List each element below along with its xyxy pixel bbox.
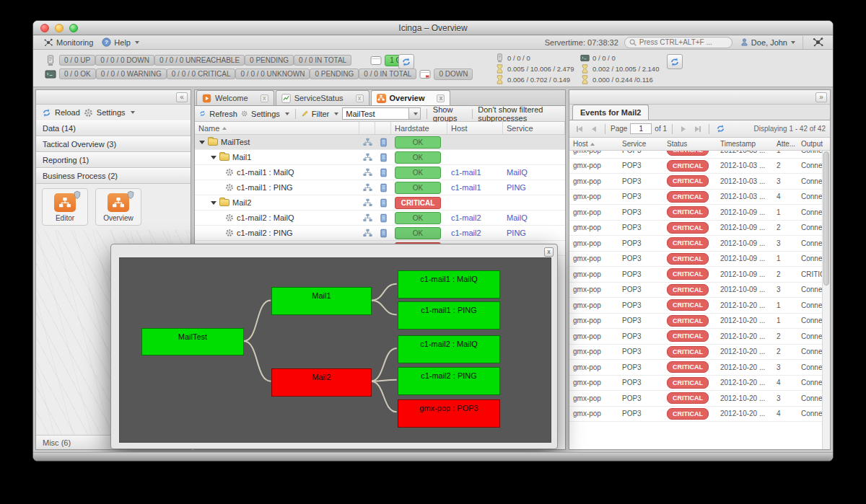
host-status-badge[interactable]: 0 PENDING	[245, 55, 294, 66]
expand-arrow-icon[interactable]	[199, 141, 205, 144]
table-row[interactable]: Mail1 OK	[195, 150, 565, 165]
accordion-section[interactable]: Data (14)	[36, 120, 191, 136]
column-header-host[interactable]: Host	[569, 138, 618, 150]
column-header-output[interactable]: Output	[797, 138, 830, 150]
service-link[interactable]: PING	[507, 183, 526, 192]
close-tab-icon[interactable]: x	[437, 94, 445, 102]
service-status-badge[interactable]: 0 / 0 / 0 UNKNOWN	[235, 68, 310, 79]
close-tab-icon[interactable]: x	[261, 94, 268, 102]
sitemap-icon[interactable]	[363, 168, 372, 177]
tab[interactable]: Overview x	[371, 90, 451, 105]
event-row[interactable]: gmx-pop POP3 CRITICAL 2012-10-09 ... 1 C…	[569, 252, 830, 268]
close-tab-icon[interactable]: x	[356, 94, 364, 102]
tab[interactable]: Welcome x	[196, 90, 274, 105]
accordion-section[interactable]: Business Process (2)	[36, 168, 191, 184]
document-icon[interactable]	[379, 183, 388, 193]
column-header-host[interactable]: Host	[447, 122, 503, 134]
help-menu[interactable]: Help	[97, 36, 144, 49]
process-node[interactable]: Mail1	[271, 287, 372, 315]
service-status-badge[interactable]: 0 / 0 IN TOTAL	[359, 68, 416, 79]
first-page-button[interactable]	[574, 123, 585, 135]
event-row[interactable]: gmx-pop POP3 CRITICAL 2012-10-20 ... 3 C…	[569, 391, 830, 407]
search-input[interactable]	[639, 38, 722, 46]
event-row[interactable]: gmx-pop POP3 CRITICAL 2012-10-20 ... 3 C…	[569, 360, 830, 376]
global-search[interactable]	[624, 37, 732, 48]
event-row[interactable]: gmx-pop POP3 CRITICAL 2012-10-03 ... 4 C…	[569, 190, 830, 205]
host-link[interactable]: c1-mail1	[451, 168, 481, 177]
host-status-badge[interactable]: 0 / 0 IN TOTAL	[294, 55, 351, 66]
expand-arrow-icon[interactable]	[211, 156, 216, 159]
event-row[interactable]: gmx-pop POP3 CRITICAL 2012-10-20 ... 2 C…	[569, 345, 830, 361]
event-row[interactable]: gmx-pop POP3 CRITICAL 2012-10-20 ... 1 C…	[569, 298, 830, 314]
table-row[interactable]: c1-mail2 : PING OK c1-mail2 PING	[195, 226, 565, 241]
apps-down-badge[interactable]: 0 DOWN	[434, 68, 473, 80]
accordion-section[interactable]: Tactical Overview (3)	[36, 136, 191, 152]
table-row[interactable]: c1-mail2 : MailQ OK c1-mail2 MailQ	[195, 211, 565, 226]
column-header-service[interactable]: Service	[503, 122, 565, 134]
cronk-button[interactable]: Editor	[42, 188, 88, 226]
event-row[interactable]: gmx-pop POP3 CRITICAL 2012-10-09 ... 3 C…	[569, 236, 830, 252]
reload-button[interactable]: Reload	[55, 108, 80, 117]
process-node[interactable]: Mail2	[271, 368, 372, 397]
host-status-badge[interactable]: 0 / 0 UP	[59, 55, 95, 66]
service-link[interactable]: PING	[507, 229, 526, 237]
host-status-badge[interactable]: 0 / 0 / 0 DOWN	[95, 55, 154, 66]
document-icon[interactable]	[379, 153, 388, 162]
filter-button[interactable]: Filter	[312, 110, 329, 118]
page-input[interactable]	[630, 123, 652, 134]
event-row[interactable]: gmx-pop POP3 CRITICAL 2012-10-03 ... 3 C…	[569, 174, 830, 190]
event-row[interactable]: gmx-pop POP3 CRITICAL 2012-10-09 ... 2 C…	[569, 267, 830, 283]
sitemap-icon[interactable]	[363, 138, 372, 147]
expand-arrow-icon[interactable]	[211, 201, 216, 205]
process-node[interactable]: c1-mail2 : PING	[398, 367, 500, 395]
sitemap-icon[interactable]	[363, 153, 372, 162]
prev-page-button[interactable]	[588, 123, 600, 135]
event-row[interactable]: gmx-pop POP3 CRITICAL 2012-10-20 ... 1 C…	[569, 314, 830, 330]
service-status-badge[interactable]: 0 / 0 OK	[59, 68, 96, 79]
refresh-status-button[interactable]	[398, 54, 414, 69]
column-header-icon1[interactable]	[359, 122, 375, 134]
host-link[interactable]: c1-mail2	[451, 213, 481, 222]
monitoring-menu[interactable]: Monitoring	[39, 36, 97, 49]
show-groups-button[interactable]: Show groups	[433, 105, 466, 123]
host-status-badge[interactable]: 0 / 0 / 0 UNREACHABLE	[154, 55, 245, 66]
event-row[interactable]: gmx-pop POP3 CRITICAL 2012-10-20 ... 4 C…	[569, 407, 830, 423]
column-header-service[interactable]: Service	[618, 138, 663, 150]
service-status-badge[interactable]: 0 / 0 / 0 WARNING	[96, 68, 167, 79]
last-page-button[interactable]	[692, 123, 704, 135]
zoom-window-button[interactable]	[69, 24, 78, 32]
sidebar-settings-button[interactable]: Settings	[97, 108, 126, 117]
column-header-icon2[interactable]	[375, 122, 391, 134]
select-arrow-button[interactable]	[408, 108, 420, 119]
column-header-status[interactable]: Status	[663, 138, 717, 150]
dont-show-filtered-button[interactable]: Don't show filtered subprocesses	[478, 105, 561, 123]
document-icon[interactable]	[379, 213, 388, 223]
close-dialog-button[interactable]: x	[544, 247, 554, 257]
process-node[interactable]: c1-mail1 : PING	[398, 301, 500, 330]
process-node[interactable]: c1-mail1 : MailQ	[398, 270, 500, 299]
event-row[interactable]: gmx-pop POP3 CRITICAL 2012-10-03 ... 2 C…	[569, 159, 830, 174]
scrollbar[interactable]	[822, 151, 830, 449]
table-row[interactable]: Mail2 CRITICAL	[195, 195, 565, 211]
column-header-timestamp[interactable]: Timestamp	[717, 138, 773, 150]
event-row[interactable]: gmx-pop POP3 CRITICAL 2012-10-09 ... 1 C…	[569, 205, 830, 221]
event-row[interactable]: gmx-pop POP3 CRITICAL 2012-10-20 ... 4 C…	[569, 376, 830, 392]
next-page-button[interactable]	[678, 123, 689, 135]
host-link[interactable]: c1-mail2	[451, 229, 481, 237]
event-row[interactable]: gmx-pop POP3 CRITICAL 2012-10-09 ... 3 C…	[569, 283, 830, 299]
table-row[interactable]: MailTest OK	[195, 135, 565, 150]
process-node[interactable]: gmx-pop : POP3	[398, 399, 500, 428]
table-row[interactable]: c1-mail1 : PING OK c1-mail1 PING	[195, 180, 565, 195]
close-window-button[interactable]	[40, 24, 49, 32]
tab[interactable]: ServiceStatus x	[276, 90, 369, 105]
process-node[interactable]: c1-mail2 : MailQ	[398, 335, 500, 363]
settings-button[interactable]: Settings	[251, 110, 280, 118]
events-tab[interactable]: Events for Mail2	[572, 105, 649, 120]
icinga-logo-button[interactable]	[802, 36, 827, 49]
sitemap-icon[interactable]	[363, 198, 372, 208]
column-header-hardstate[interactable]: Hardstate	[391, 122, 447, 134]
refresh-events-button[interactable]	[714, 123, 726, 135]
process-node[interactable]: MailTest	[141, 328, 244, 355]
refresh-button[interactable]: Refresh	[209, 110, 237, 118]
table-row[interactable]: c1-mail1 : MailQ OK c1-mail1 MailQ	[195, 165, 565, 180]
